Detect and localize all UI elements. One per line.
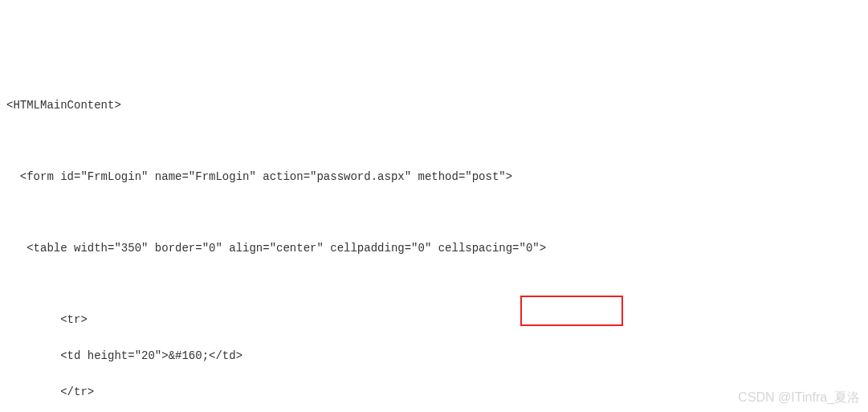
code-block: <HTMLMainContent> <form id="FrmLogin" na… xyxy=(6,79,862,412)
code-line xyxy=(6,275,862,293)
code-line xyxy=(6,133,862,150)
code-line: <table width="350" border="0" align="cen… xyxy=(6,239,862,257)
code-line: <HTMLMainContent> xyxy=(6,96,862,114)
code-line: <td height="20">&#160;</td> xyxy=(6,347,862,365)
code-line xyxy=(6,204,862,222)
code-line: <form id="FrmLogin" name="FrmLogin" acti… xyxy=(6,168,862,186)
code-line: <tr> xyxy=(6,311,862,328)
code-line: </tr> xyxy=(6,383,862,401)
